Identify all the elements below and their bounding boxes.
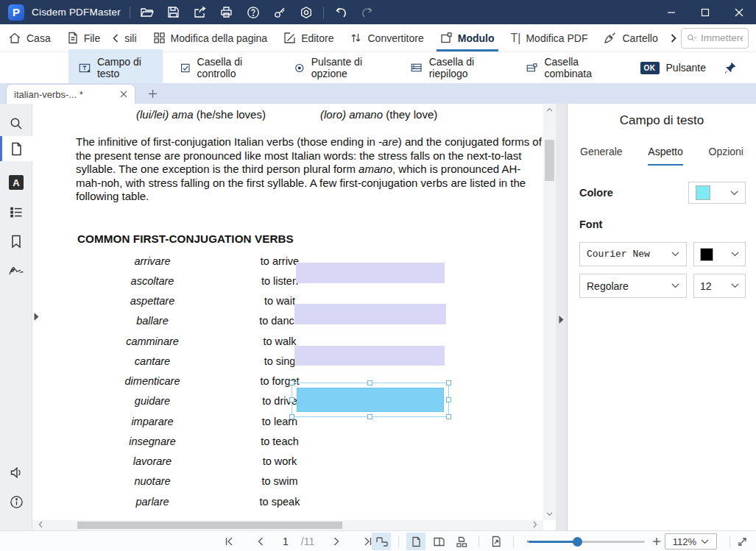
selected-form-field[interactable] <box>292 383 449 417</box>
speaker-icon <box>10 466 24 479</box>
menu-modulo[interactable]: Modulo <box>432 24 503 51</box>
sidebar-thumbnails[interactable] <box>0 136 32 161</box>
save-icon[interactable] <box>166 4 182 21</box>
resize-handle-sw[interactable] <box>289 414 294 419</box>
menu-modifica-della-pagina[interactable]: Modifica della pagina <box>145 24 276 51</box>
search-input[interactable] <box>701 32 743 43</box>
tool-radio-button[interactable]: Pulsante di opzione <box>284 49 393 86</box>
page-number-input[interactable]: 1 <box>283 536 289 547</box>
signature-icon <box>8 265 24 277</box>
tool-checkbox[interactable]: Casella di controllo <box>170 49 277 86</box>
prev-page-button[interactable] <box>251 533 270 550</box>
font-style-dropdown[interactable]: Regolare <box>579 274 687 298</box>
fit-width-button[interactable] <box>372 533 391 550</box>
verb-row: ascoltareto listen <box>77 271 332 291</box>
menu-convertitore[interactable]: Convertitore <box>342 24 431 51</box>
zoom-in-button[interactable] <box>647 533 666 550</box>
horizontal-scrollbar[interactable] <box>32 520 543 530</box>
bookmark-icon <box>10 235 22 249</box>
fullscreen-button[interactable] <box>732 533 752 550</box>
tab-aspetto[interactable]: Aspetto <box>648 146 682 166</box>
undo-icon[interactable] <box>333 4 349 21</box>
tab-generale[interactable]: Generale <box>580 146 623 166</box>
resize-handle-n[interactable] <box>367 380 372 385</box>
grid-icon <box>153 32 166 44</box>
divider <box>478 536 479 547</box>
font-size-dropdown[interactable]: 12 <box>693 274 746 298</box>
sidebar-bookmarks[interactable] <box>0 229 32 254</box>
new-tab-button[interactable] <box>144 85 160 102</box>
form-field[interactable] <box>296 263 445 283</box>
menu-editore[interactable]: Editore <box>275 24 342 51</box>
close-button[interactable] <box>722 0 756 24</box>
font-label: Font <box>579 218 602 230</box>
verb-row: parlareto speak <box>77 491 332 511</box>
export-icon[interactable] <box>192 4 208 21</box>
tab-close-icon[interactable] <box>120 90 127 98</box>
verb-row: lavorareto work <box>77 452 332 472</box>
document-page[interactable]: (lui/lei) ama (he/she loves) (loro) aman… <box>32 104 556 530</box>
tab-opzioni[interactable]: Opzioni <box>709 146 743 166</box>
sidebar-search[interactable] <box>0 111 32 136</box>
font-color-dropdown[interactable] <box>693 242 746 266</box>
resize-handle-w[interactable] <box>289 397 294 402</box>
window-title: Cisdem PDFMaster <box>32 7 121 18</box>
next-page-button[interactable] <box>327 533 346 550</box>
expand-right-panel-icon[interactable] <box>558 315 565 324</box>
sidebar-list[interactable] <box>0 199 32 224</box>
zoom-slider-thumb[interactable] <box>573 537 582 547</box>
font-family-dropdown[interactable]: Courier New <box>579 242 687 266</box>
radio-icon <box>294 62 305 74</box>
zoom-level-dropdown[interactable]: 112% <box>665 533 717 550</box>
resize-handle-s[interactable] <box>367 414 372 419</box>
menu-file[interactable]: File <box>59 24 109 51</box>
help-icon[interactable] <box>245 4 261 21</box>
document-paragraph: The infinitive of first-conjugation Ital… <box>76 135 544 204</box>
chevron-right-icon <box>669 33 678 43</box>
sidebar-info[interactable] <box>0 489 32 514</box>
sidebar-signature[interactable] <box>0 258 32 283</box>
open-file-icon[interactable] <box>139 4 155 21</box>
divider <box>130 7 130 18</box>
form-field[interactable] <box>294 304 446 324</box>
single-page-view-button[interactable] <box>406 533 425 550</box>
fill-color-dropdown[interactable] <box>688 182 746 204</box>
search-icon <box>10 117 23 130</box>
search-box[interactable] <box>681 28 749 49</box>
sidebar-read-aloud[interactable] <box>0 460 32 485</box>
resize-handle-se[interactable] <box>446 414 451 419</box>
tool-list-box[interactable]: Casella di riepilogo <box>400 49 509 86</box>
page-jump-button[interactable] <box>487 533 506 550</box>
redo-icon[interactable] <box>359 4 375 21</box>
print-icon[interactable] <box>219 4 235 21</box>
document-tab[interactable]: italian-verbs-... * <box>6 84 135 104</box>
multi-page-view-button[interactable] <box>452 533 471 550</box>
menu-scroll-left[interactable] <box>108 33 123 43</box>
tool-combo-box[interactable]: Casella combinata <box>516 49 622 86</box>
resize-handle-nw[interactable] <box>289 380 294 385</box>
menu-scroll-right[interactable] <box>666 33 681 43</box>
minimize-button[interactable] <box>654 0 688 24</box>
first-page-button[interactable] <box>219 533 239 550</box>
pin-icon[interactable] <box>724 61 737 75</box>
horizontal-scroll-thumb[interactable] <box>77 522 342 529</box>
menu-modifica-pdf[interactable]: T| Modifica PDF <box>503 24 596 51</box>
menu-cartello[interactable]: Cartello <box>596 24 665 51</box>
vertical-scrollbar[interactable] <box>543 104 556 520</box>
maximize-button[interactable] <box>688 0 722 24</box>
two-page-view-button[interactable] <box>429 533 448 550</box>
zoom-slider[interactable] <box>529 541 645 543</box>
resize-handle-e[interactable] <box>446 397 451 402</box>
menu-utensili-truncated[interactable]: sili <box>123 24 144 51</box>
menu-casa[interactable]: Casa <box>0 24 59 51</box>
vertical-scroll-thumb[interactable] <box>545 140 554 181</box>
form-field[interactable] <box>294 346 445 366</box>
key-icon[interactable] <box>272 4 288 21</box>
scroll-left-icon <box>38 521 43 528</box>
resize-handle-ne[interactable] <box>446 380 451 385</box>
sidebar-annotations[interactable]: A <box>0 170 32 195</box>
tool-push-button[interactable]: OK Pulsante <box>630 55 716 81</box>
expand-left-panel-icon[interactable] <box>33 312 40 321</box>
tool-text-field[interactable]: Campo di testo <box>68 49 163 86</box>
settings-icon[interactable] <box>298 4 314 21</box>
